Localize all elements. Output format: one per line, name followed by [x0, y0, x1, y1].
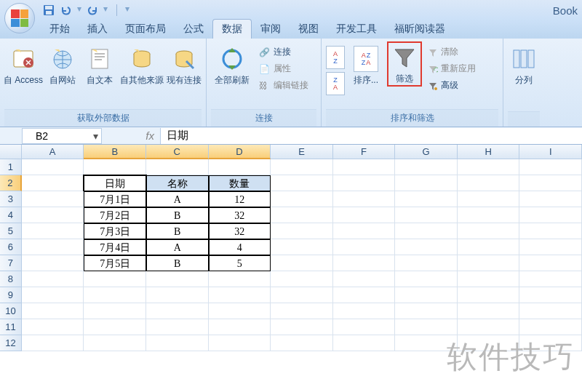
row-header-2[interactable]: 2	[0, 175, 22, 191]
cell-H9[interactable]	[458, 287, 520, 303]
col-header-C[interactable]: C	[146, 145, 209, 159]
chevron-down-icon[interactable]: ▾	[89, 130, 101, 142]
cell-C10[interactable]	[146, 303, 209, 319]
cell-G10[interactable]	[395, 303, 458, 319]
cell-D1[interactable]	[209, 159, 271, 175]
cell-H1[interactable]	[458, 159, 520, 175]
cell-G12[interactable]	[395, 335, 458, 351]
cell-H11[interactable]	[458, 319, 520, 335]
fx-icon[interactable]: fx	[146, 129, 154, 142]
cell-A7[interactable]	[22, 255, 84, 271]
row-header-7[interactable]: 7	[0, 255, 22, 271]
row-header-5[interactable]: 5	[0, 223, 22, 239]
office-button[interactable]	[4, 3, 35, 33]
text-to-columns-button[interactable]: 分列	[508, 41, 540, 85]
tab-home[interactable]: 开始	[41, 20, 79, 39]
cell-H7[interactable]	[458, 255, 520, 271]
cell-I1[interactable]	[519, 159, 582, 175]
cell-I5[interactable]	[519, 223, 582, 239]
cell-F8[interactable]	[333, 271, 396, 287]
cell-H4[interactable]	[458, 207, 520, 223]
cell-C12[interactable]	[146, 335, 209, 351]
col-header-A[interactable]: A	[22, 145, 84, 159]
cell-I11[interactable]	[519, 319, 582, 335]
cell-E12[interactable]	[271, 335, 333, 351]
cell-C1[interactable]	[146, 159, 209, 175]
cell-F10[interactable]	[333, 303, 396, 319]
cell-A9[interactable]	[22, 287, 84, 303]
cell-B4[interactable]: 7月2日	[84, 207, 146, 223]
cell-A2[interactable]	[22, 175, 84, 191]
cell-C9[interactable]	[146, 287, 209, 303]
row-header-8[interactable]: 8	[0, 271, 22, 287]
col-header-I[interactable]: I	[519, 145, 582, 159]
cell-B1[interactable]	[84, 159, 146, 175]
cell-I8[interactable]	[519, 271, 582, 287]
from-web-button[interactable]: 自网站	[45, 41, 80, 85]
col-header-H[interactable]: H	[458, 145, 520, 159]
refresh-all-button[interactable]: 全部刷新	[211, 41, 253, 85]
cell-D5[interactable]: 32	[209, 223, 271, 239]
cell-E2[interactable]	[271, 175, 333, 191]
cell-E8[interactable]	[271, 271, 333, 287]
tab-data[interactable]: 数据	[212, 19, 252, 39]
dropdown-icon[interactable]: ▾	[77, 4, 81, 17]
cell-F1[interactable]	[333, 159, 396, 175]
cell-C7[interactable]: B	[146, 255, 209, 271]
cell-E5[interactable]	[271, 223, 333, 239]
cell-E9[interactable]	[271, 287, 333, 303]
select-all-corner[interactable]	[0, 145, 22, 159]
cell-D6[interactable]: 4	[209, 239, 271, 255]
row-header-4[interactable]: 4	[0, 207, 22, 223]
cell-D8[interactable]	[209, 271, 271, 287]
tab-view[interactable]: 视图	[290, 20, 327, 39]
save-icon[interactable]	[42, 4, 55, 17]
col-header-D[interactable]: D	[209, 145, 271, 159]
cell-B6[interactable]: 7月4日	[84, 239, 146, 255]
col-header-E[interactable]: E	[271, 145, 333, 159]
row-header-9[interactable]: 9	[0, 287, 22, 303]
cell-F4[interactable]	[333, 207, 396, 223]
cell-A12[interactable]	[22, 335, 84, 351]
col-header-G[interactable]: G	[395, 145, 458, 159]
cell-H12[interactable]	[458, 335, 520, 351]
cell-E10[interactable]	[271, 303, 333, 319]
tab-layout[interactable]: 页面布局	[116, 20, 175, 39]
cell-C4[interactable]: B	[146, 207, 209, 223]
from-other-button[interactable]: 自其他来源	[120, 41, 164, 85]
cell-F7[interactable]	[333, 255, 396, 271]
row-header-12[interactable]: 12	[0, 335, 22, 351]
cell-B3[interactable]: 7月1日	[84, 191, 146, 207]
cell-I10[interactable]	[519, 303, 582, 319]
cell-B2[interactable]: 日期	[84, 175, 146, 191]
cell-I4[interactable]	[519, 207, 582, 223]
cell-F2[interactable]	[333, 175, 396, 191]
cell-E6[interactable]	[271, 239, 333, 255]
cell-H8[interactable]	[458, 271, 520, 287]
cell-D12[interactable]	[209, 335, 271, 351]
cell-G6[interactable]	[395, 239, 458, 255]
cell-C11[interactable]	[146, 319, 209, 335]
cell-H5[interactable]	[458, 223, 520, 239]
tab-insert[interactable]: 插入	[79, 20, 116, 39]
col-header-B[interactable]: B	[84, 145, 146, 159]
cell-G9[interactable]	[395, 287, 458, 303]
tab-review[interactable]: 审阅	[252, 20, 290, 39]
cell-E3[interactable]	[271, 191, 333, 207]
from-text-button[interactable]: 自文本	[83, 41, 118, 85]
tab-dev[interactable]: 开发工具	[327, 20, 386, 39]
cell-G8[interactable]	[395, 271, 458, 287]
cell-I9[interactable]	[519, 287, 582, 303]
cell-D9[interactable]	[209, 287, 271, 303]
cell-A6[interactable]	[22, 239, 84, 255]
cell-D2[interactable]: 数量	[209, 175, 271, 191]
from-access-button[interactable]: 自 Access	[4, 41, 42, 85]
cell-B10[interactable]	[84, 303, 146, 319]
cell-B11[interactable]	[84, 319, 146, 335]
cell-F11[interactable]	[333, 319, 396, 335]
dropdown-icon[interactable]: ▾	[103, 4, 108, 17]
sort-button[interactable]: AZZA 排序...	[348, 41, 384, 85]
cell-C6[interactable]: A	[146, 239, 209, 255]
row-header-11[interactable]: 11	[0, 319, 22, 335]
cell-G4[interactable]	[395, 207, 458, 223]
